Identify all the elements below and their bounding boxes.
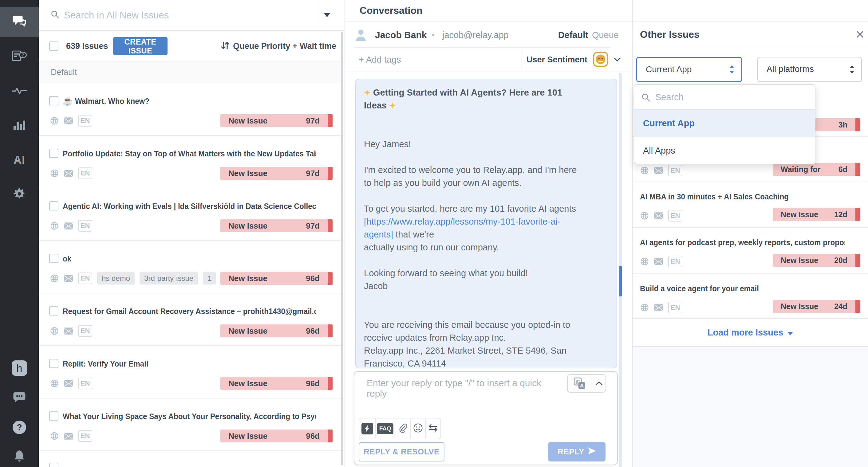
language-badge: EN	[668, 256, 682, 267]
app-filter-dropdown: Current App All Apps	[634, 84, 815, 164]
close-icon[interactable]	[855, 29, 866, 40]
divider	[522, 50, 522, 70]
issue-meta: EN	[50, 325, 92, 337]
wait-time-bar	[328, 325, 333, 337]
issue-title: What Your Living Space Says About Your P…	[63, 409, 316, 423]
search-bar	[39, 0, 345, 31]
smiley-icon	[413, 423, 423, 434]
sidebar-item-brand[interactable]: h	[0, 359, 39, 377]
web-platform-icon	[640, 257, 649, 266]
reply-resolve-button[interactable]: REPLY & RESOLVE	[359, 442, 444, 462]
select-all-checkbox[interactable]	[49, 41, 58, 51]
email-link[interactable]: [https://www.relay.app/lessons/my-101-fa…	[364, 215, 608, 228]
dropdown-search-row	[634, 85, 815, 110]
search-filter-caret-icon[interactable]	[324, 13, 330, 19]
sidebar-item-ai[interactable]: AI	[0, 151, 39, 169]
faq-insert-button[interactable]: FAQ	[375, 419, 395, 439]
wait-time-bar	[856, 300, 860, 313]
email-channel-icon	[64, 380, 73, 387]
sidebar-item-feedback[interactable]	[0, 389, 39, 407]
sort-button[interactable]: Queue Priority + Wait time	[221, 31, 336, 61]
language-badge: EN	[78, 325, 92, 337]
issue-checkbox[interactable]	[49, 201, 58, 210]
issue-meta: EN	[50, 220, 92, 232]
issue-row[interactable]: Replit: Verify Your Email EN New Issue96…	[39, 346, 345, 399]
sidebar-item-activity[interactable]	[0, 82, 39, 100]
issue-row[interactable]: Request for Gmail Account Recovery Assis…	[39, 293, 345, 346]
language-badge: EN	[78, 115, 92, 127]
sidebar-item-faqs[interactable]: ?	[0, 47, 39, 66]
quick-actions-button[interactable]	[425, 419, 440, 439]
email-channel-icon	[64, 223, 73, 230]
platform-filter-select[interactable]: All platforms	[757, 57, 862, 82]
pulse-icon	[12, 86, 27, 97]
issue-meta: EN	[50, 377, 92, 390]
issue-checkbox[interactable]	[49, 359, 58, 368]
attach-button[interactable]	[395, 419, 410, 439]
issue-row[interactable]: Portfolio Update: Stay on Top of What Ma…	[39, 136, 345, 188]
sidebar-item-notifications[interactable]	[0, 448, 39, 466]
tags-row: + Add tags User Sentiment	[345, 48, 632, 72]
issue-meta: EN	[640, 164, 682, 177]
collapse-button[interactable]	[592, 375, 606, 392]
sidebar-item-conversations[interactable]	[0, 7, 39, 37]
search-input[interactable]	[63, 6, 309, 25]
web-platform-icon	[50, 326, 59, 335]
sidebar-item-analytics[interactable]	[0, 116, 39, 135]
divider	[345, 72, 632, 72]
user-sentiment-button[interactable]: User Sentiment	[527, 48, 621, 72]
other-issues-header: Other Issues	[632, 22, 868, 46]
reply-input[interactable]	[366, 377, 557, 414]
emoji-button[interactable]	[410, 419, 425, 439]
web-platform-icon	[50, 431, 59, 441]
issue-list-panel: 639 Issues • CREATE ISSUE Queue Priority…	[39, 0, 345, 467]
message-line: to help as you build your own AI agents.	[364, 176, 608, 189]
create-issue-button[interactable]: CREATE ISSUE	[113, 37, 167, 55]
load-more-button[interactable]: Load more Issues	[632, 319, 868, 346]
option-all-apps[interactable]: All Apps	[634, 137, 815, 164]
sort-icon	[221, 41, 230, 51]
email-channel-icon	[64, 170, 73, 177]
issue-title: ☕Walmart. Who knew?	[63, 94, 316, 108]
queue-selector[interactable]: Default Queue	[558, 22, 619, 48]
sidebar-item-settings[interactable]	[0, 185, 39, 204]
svg-text:A: A	[580, 382, 584, 389]
message-footer: Relay.app Inc., 2261 Market Street, STE …	[364, 344, 608, 357]
dropdown-search-input[interactable]	[655, 89, 802, 106]
email-link[interactable]: agents]	[364, 230, 393, 239]
reply-button[interactable]: REPLY	[548, 442, 606, 462]
sparkle-icon: ✦	[389, 101, 396, 110]
issue-row[interactable]: Agentic AI: Working with Evals | Ida Sil…	[39, 188, 345, 241]
translate-button[interactable]: A	[568, 375, 592, 392]
user-avatar	[355, 28, 367, 43]
email-channel-icon	[654, 258, 663, 265]
quick-reply-button[interactable]	[359, 419, 375, 439]
sidebar-item-help[interactable]: ?	[0, 418, 39, 437]
issue-row[interactable]	[39, 451, 345, 467]
sentiment-label: User Sentiment	[527, 55, 587, 65]
other-issue-row[interactable]: AI agents for podcast prep, weekly repor…	[632, 228, 868, 274]
conversation-scrollbar-thumb[interactable]	[619, 266, 622, 297]
issue-checkbox[interactable]	[49, 149, 58, 158]
message-footer: You are receiving this email because you…	[364, 318, 608, 331]
issue-checkbox[interactable]	[49, 306, 58, 315]
issue-row[interactable]: ok EN hs demo 3rd-party-issue 1 New Issu…	[39, 241, 345, 293]
option-current-app[interactable]: Current App	[634, 110, 815, 137]
web-platform-icon	[640, 211, 649, 220]
wait-time-bar	[328, 220, 333, 232]
issue-checkbox[interactable]	[49, 463, 58, 467]
app-filter-select[interactable]: Current App	[636, 57, 742, 82]
email-channel-icon	[64, 118, 73, 125]
issue-row[interactable]: ☕Walmart. Who knew? EN New Issue97d	[39, 83, 345, 136]
issue-checkbox[interactable]	[49, 96, 58, 105]
message-footer: receive updates from Relay.app Inc.	[364, 331, 608, 344]
other-issue-row[interactable]: AI MBA in 30 minutes + AI Sales Coaching…	[632, 182, 868, 228]
issue-row[interactable]: What Your Living Space Says About Your P…	[39, 399, 345, 451]
message-subject: ✦ Getting Started with AI Agents? Here a…	[364, 86, 608, 99]
issue-checkbox[interactable]	[49, 254, 58, 263]
issue-checkbox[interactable]	[49, 411, 58, 421]
issue-meta: EN	[50, 430, 92, 442]
other-issue-row[interactable]: Build a voice agent for your email EN Ne…	[632, 274, 868, 319]
add-tags-button[interactable]: + Add tags	[359, 48, 401, 72]
issue-list-scrollbar[interactable]	[341, 32, 343, 465]
